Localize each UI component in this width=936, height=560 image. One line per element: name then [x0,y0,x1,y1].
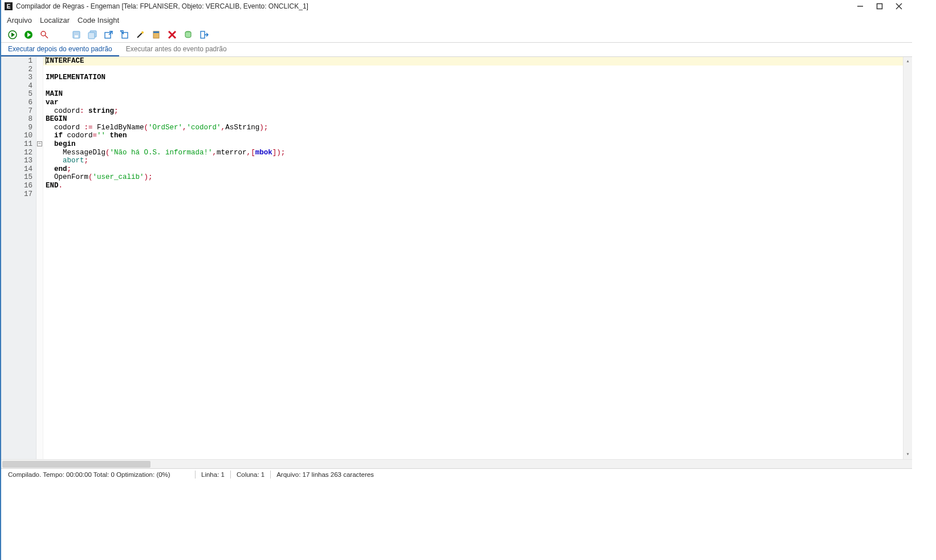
code-line[interactable]: codord: string; [43,107,903,116]
delete-button[interactable] [166,29,178,40]
token: ; [84,157,89,165]
code-line[interactable]: END. [43,182,903,190]
code-line[interactable] [43,190,903,199]
code-line[interactable]: var [43,99,903,107]
play-solid-icon [24,30,33,39]
svg-rect-1 [877,4,882,9]
svg-point-19 [141,31,144,34]
token: mbok [255,149,272,157]
vertical-scrollbar[interactable]: ▴ ▾ [903,57,912,459]
svg-rect-13 [88,32,95,39]
token: string [88,107,114,115]
scroll-up-icon[interactable]: ▴ [904,57,912,66]
token: codord [46,107,80,115]
token: '' [97,132,105,140]
minimize-button[interactable] [850,0,870,13]
token: ; [114,107,119,115]
code-area[interactable]: INTERFACEIMPLEMENTATIONMAINvar codord: s… [43,57,903,459]
play-circle-icon [8,30,17,39]
status-linha: Linha: 1 [198,471,228,478]
token: ) [276,149,281,157]
token: ( [105,149,110,157]
token: abort [63,157,84,165]
token: AsString [225,124,259,132]
svg-rect-21 [153,31,159,33]
format-button[interactable] [135,29,146,40]
token: codord [46,124,84,132]
export-button[interactable] [103,29,114,40]
run-alt-button[interactable] [23,29,34,40]
menu-code-insight[interactable]: Code Insight [78,16,119,24]
token [46,132,54,140]
exit-button[interactable] [198,29,210,40]
exit-icon [200,30,209,39]
token: 'Não há O.S. informada!' [110,149,213,157]
code-line[interactable]: BEGIN [43,115,903,124]
bookmark-icon [152,30,161,39]
fold-column[interactable]: − [36,57,43,459]
token: then [110,132,127,140]
line-number: 8 [1,115,32,124]
line-number: 17 [1,190,32,199]
code-line[interactable]: end; [43,165,903,174]
maximize-button[interactable] [870,0,889,13]
code-line[interactable]: OpenForm('user_calib'); [43,173,903,182]
run-button[interactable] [7,29,18,40]
toolbar [1,28,912,43]
code-line[interactable] [43,82,903,91]
token: ) [259,124,264,132]
database-icon [184,30,193,39]
code-line[interactable]: MAIN [43,90,903,99]
token [84,107,89,115]
line-number-gutter: 1234567891011121314151617 [1,57,36,459]
token: , [247,149,251,157]
horizontal-scrollbar[interactable] [1,459,912,468]
scroll-down-icon[interactable]: ▾ [904,450,912,459]
inspect-button[interactable] [39,29,50,40]
code-line[interactable]: begin [43,140,903,149]
menu-arquivo[interactable]: Arquivo [7,16,32,24]
close-button[interactable] [889,0,909,13]
token: ( [144,124,149,132]
import-button[interactable] [119,29,130,40]
svg-line-18 [137,33,142,38]
token: ) [144,173,149,181]
status-coluna: Coluna: 1 [233,471,268,478]
menu-localizar[interactable]: Localizar [40,16,70,24]
status-sep [195,471,196,479]
code-line[interactable]: IMPLEMENTATION [43,73,903,82]
token: if [54,132,63,140]
token: FieldByName [93,124,144,132]
token: = [93,132,97,140]
tab-before-default[interactable]: Executar antes do evento padrão [119,43,234,56]
export-icon [104,30,113,39]
token: 'user_calib' [93,173,144,181]
bookmark-button[interactable] [150,29,162,40]
save-all-button[interactable] [87,29,98,40]
tab-after-default[interactable]: Executar depois do evento padrão [1,43,119,56]
status-sep [230,471,231,479]
code-line[interactable]: INTERFACE [43,57,903,66]
token: mterror [217,149,247,157]
token: ; [148,173,153,181]
code-line[interactable]: if codord='' then [43,132,903,140]
token: ( [88,173,93,181]
code-editor[interactable]: 1234567891011121314151617 − INTERFACEIMP… [1,57,912,459]
line-number: 4 [1,82,32,91]
code-line[interactable]: abort; [43,157,903,165]
fold-toggle-icon[interactable]: − [37,141,42,146]
token: [ [251,149,255,157]
database-button[interactable] [182,29,194,40]
token: MAIN [46,90,63,98]
app-logo: E [5,2,13,10]
token: IMPLEMENTATION [46,73,105,81]
code-line[interactable]: codord := FieldByName('OrdSer','codord',… [43,124,903,132]
token: OpenForm [46,173,88,181]
hscroll-thumb[interactable] [2,461,150,468]
save-button[interactable] [71,29,82,40]
code-line[interactable]: MessageDlg('Não há O.S. informada!',mter… [43,149,903,157]
svg-marker-5 [11,32,15,37]
code-line[interactable] [43,66,903,74]
close-icon [896,3,902,10]
line-number: 13 [1,157,32,165]
